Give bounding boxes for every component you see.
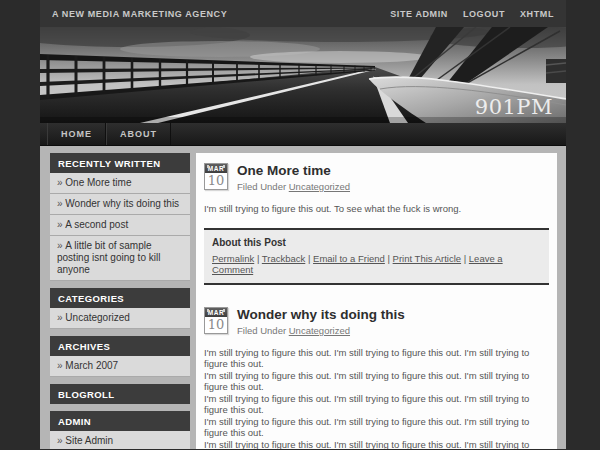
post-title-block: Wonder why its doing this Filed Under Un… bbox=[237, 307, 405, 336]
nav-item-about[interactable]: ABOUT bbox=[106, 123, 171, 145]
about-links: Permalink Trackback Email to a Friend Pr… bbox=[212, 253, 541, 275]
post-header: MAR 10 Wonder why its doing this Filed U… bbox=[204, 307, 549, 336]
content-area: RECENTLY WRITTEN One More time Wonder wh… bbox=[40, 146, 566, 449]
post-title[interactable]: Wonder why its doing this bbox=[237, 307, 405, 322]
calendar-icon: MAR 10 bbox=[204, 307, 228, 334]
xhtml-link[interactable]: XHTML bbox=[520, 9, 554, 19]
calendar-month: MAR bbox=[205, 164, 227, 173]
sidebar-item-a-little-bit[interactable]: A little bit of sample posting isnt goin… bbox=[50, 236, 190, 281]
sidebar-item-wonder-why[interactable]: Wonder why its doing this bbox=[50, 194, 190, 215]
sidebar-section-blogroll: BLOGROLL bbox=[50, 384, 190, 404]
email-to-friend-link[interactable]: Email to a Friend bbox=[313, 253, 385, 264]
sidebar-heading: CATEGORIES bbox=[50, 288, 190, 308]
post-body: I'm still trying to figure this out. I'm… bbox=[204, 347, 549, 450]
post-title[interactable]: One More time bbox=[237, 163, 350, 178]
sidebar-item-a-second-post[interactable]: A second post bbox=[50, 215, 190, 236]
filed-under: Filed Under Uncategorized bbox=[237, 181, 350, 192]
post-title-block: One More time Filed Under Uncategorized bbox=[237, 163, 350, 192]
post-one-more-time: MAR 10 One More time Filed Under Uncateg… bbox=[204, 163, 549, 285]
sidebar: RECENTLY WRITTEN One More time Wonder wh… bbox=[50, 153, 190, 449]
post-header: MAR 10 One More time Filed Under Uncateg… bbox=[204, 163, 549, 192]
sidebar-item-one-more-time[interactable]: One More time bbox=[50, 173, 190, 194]
nav-item-home[interactable]: HOME bbox=[47, 123, 106, 145]
category-link[interactable]: Uncategorized bbox=[289, 325, 350, 336]
calendar-day: 10 bbox=[205, 317, 227, 333]
post-body: I'm still trying to figure this out. To … bbox=[204, 203, 549, 215]
posts-column: MAR 10 One More time Filed Under Uncateg… bbox=[196, 153, 557, 449]
sidebar-section-admin: ADMIN Site Admin Logout Wordpress XHTML bbox=[50, 411, 190, 449]
main-nav: HOME ABOUT bbox=[40, 123, 566, 146]
sidebar-heading: ARCHIVES bbox=[50, 336, 190, 356]
post-wonder-why: MAR 10 Wonder why its doing this Filed U… bbox=[204, 307, 549, 450]
sidebar-section-categories: CATEGORIES Uncategorized bbox=[50, 288, 190, 329]
agency-tagline: A NEW MEDIA MARKETING AGENCY bbox=[52, 9, 227, 19]
sidebar-section-archives: ARCHIVES March 2007 bbox=[50, 336, 190, 377]
print-article-link[interactable]: Print This Article bbox=[393, 253, 461, 264]
sidebar-section-recently-written: RECENTLY WRITTEN One More time Wonder wh… bbox=[50, 153, 190, 281]
sidebar-heading: RECENTLY WRITTEN bbox=[50, 153, 190, 173]
sidebar-heading: ADMIN bbox=[50, 411, 190, 431]
trackback-link[interactable]: Trackback bbox=[262, 253, 305, 264]
about-title: About this Post bbox=[212, 237, 541, 248]
calendar-icon: MAR 10 bbox=[204, 163, 228, 190]
permalink-link[interactable]: Permalink bbox=[212, 253, 254, 264]
sidebar-item-uncategorized[interactable]: Uncategorized bbox=[50, 308, 190, 329]
header-banner: 901PM bbox=[40, 27, 566, 123]
about-this-post-box: About this Post Permalink Trackback Emai… bbox=[204, 228, 549, 285]
calendar-month: MAR bbox=[205, 308, 227, 317]
category-link[interactable]: Uncategorized bbox=[289, 181, 350, 192]
top-bar: A NEW MEDIA MARKETING AGENCY SITE ADMIN … bbox=[40, 0, 566, 27]
page-wrapper: A NEW MEDIA MARKETING AGENCY SITE ADMIN … bbox=[40, 0, 566, 449]
logout-link[interactable]: LOGOUT bbox=[463, 9, 505, 19]
filed-under: Filed Under Uncategorized bbox=[237, 325, 405, 336]
site-title[interactable]: 901PM bbox=[475, 95, 553, 119]
calendar-day: 10 bbox=[205, 173, 227, 189]
site-admin-link[interactable]: SITE ADMIN bbox=[390, 9, 448, 19]
sidebar-heading: BLOGROLL bbox=[50, 384, 190, 404]
sidebar-item-march-2007[interactable]: March 2007 bbox=[50, 356, 190, 377]
sidebar-item-site-admin[interactable]: Site Admin bbox=[50, 431, 190, 449]
top-bar-links: SITE ADMIN LOGOUT XHTML bbox=[390, 9, 554, 19]
